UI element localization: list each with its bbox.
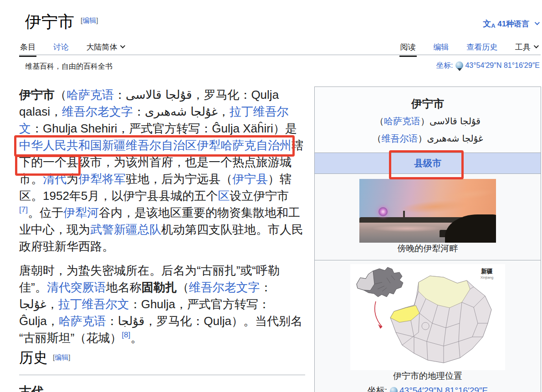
coordinates-value-link[interactable]: 43°54′29″N 81°16′29″E [399,386,488,392]
wiki-link[interactable]: 拉丁维吾尔文 [58,297,129,311]
edit-link[interactable]: 编辑 [55,353,68,361]
coordinates-top: 坐标:43°54′29″N 81°16′29″E [436,61,540,71]
wiki-link[interactable]: 伊宁县 [232,172,268,186]
text-segment: ： [133,105,145,118]
xinjiang-region [390,276,491,363]
language-count-label[interactable]: 41种语言 [497,20,529,28]
title-edit-link[interactable]: [编辑] [81,16,98,24]
annotation-box-county-city [389,150,464,179]
wiki-link[interactable]: 维吾尔语 [382,133,418,143]
history-heading-text: 历史 [19,348,47,367]
wiki-link[interactable]: 维吾尔老文字 [189,280,260,294]
text-segment: غۇلجا شەھىرى [145,105,218,118]
wiki-link[interactable]: [7] [19,205,28,214]
edit-link[interactable]: 编辑 [82,16,96,24]
coordinates-value-link[interactable]: 43°54′29″N 81°16′29″E [465,61,540,69]
photo-caption: 傍晚的伊犁河畔 [315,243,541,255]
text-segment: （ [55,88,66,102]
article-body: 伊宁市（哈萨克语：قۇلجا قالاسى，罗马化：Qulja qalasi，维… [19,87,305,346]
text-segment: قۇلجا قالاسى [430,116,481,127]
text-segment: 伊宁市 [19,88,55,102]
infobox-title: 伊宁市 [319,95,536,112]
chevron-down-icon [534,43,539,48]
annotation-box-prefecture [14,135,295,157]
chevron-down-icon [535,20,540,25]
infobox-photo-section: 傍晚的伊犁河畔 [315,174,541,257]
native-name-uyghur: غۇلجا شەھىرى（维吾尔语） [319,130,536,147]
tools-menu[interactable]: 工具 [514,39,538,56]
text-segment: 地名称 [106,280,142,294]
infobox-header: 伊宁市 قۇلجا قالاسى（哈萨克语） غۇلجا شەھىرى（维吾尔语… [315,87,541,153]
text-segment: 。位于 [28,206,63,219]
map-label-xinjiang-zh: 新疆 [481,268,493,275]
wiki-link[interactable]: 伊犁河 [63,206,99,219]
photo-reflection [373,225,441,232]
tab-article[interactable]: 条目 [19,39,36,56]
language-selector-button[interactable]: 文A 41种语言 [483,18,538,29]
tab-history[interactable]: 查看历史 [465,39,498,56]
infobox: 伊宁市 قۇلجا قالاسى（哈萨克语） غۇلجا شەھىرى（维吾尔语… [314,87,541,392]
tab-talk[interactable]: 讨论 [52,39,70,56]
site-subtitle: 维基百科，自由的百科全书 [25,62,112,71]
variant-selector[interactable]: 大陆简体 [85,39,125,56]
native-name-kazakh: قۇلجا قالاسى（哈萨克语） [319,112,536,130]
page-title: 伊宁市[编辑] [25,11,98,33]
text-segment: قۇلجا قالاسى [126,88,192,102]
section-heading-history: 历史[编辑] [19,348,305,367]
wiki-link[interactable]: 维吾尔老文字 [62,105,133,118]
text-segment: （ [418,133,427,143]
text-segment: ： [260,280,272,294]
wiki-link[interactable]: [8] [122,331,130,339]
tab-read[interactable]: 阅读 [399,39,417,56]
infobox-map-section: 新疆 Xinjiang 伊宁市的地理位置 [315,260,541,382]
wiki-link[interactable]: 区 [218,189,230,203]
text-segment: قۇلجا [118,314,145,328]
china-inset [357,267,403,297]
language-icon: 文A [483,20,495,28]
bracket-close: ] [68,353,70,361]
annotation-box-capital [15,155,81,176]
wiki-link[interactable]: 清代突厥语 [47,280,106,294]
wiki-link[interactable]: 伊犁将军 [78,172,126,186]
chevron-down-icon [120,43,125,48]
text-segment: 固勒扎 [142,280,177,294]
tab-bar: 条目 讨论 大陆简体 阅读 编辑 查看历史 工具 [19,39,541,55]
infobox-coordinates: 坐标:43°54′29″N 81°16′29″E [315,382,541,392]
text-segment: ：Ghulja Shehiri，严式官方转写：Ĝulja Xäĥiri）是 [31,122,297,135]
wiki-link[interactable]: 哈萨克语 [59,314,106,328]
text-segment: ： [106,314,118,328]
red-arrow [375,301,382,329]
history-edit-link[interactable]: [编辑] [53,353,70,361]
section-divider [19,375,305,375]
text-segment: （ [177,280,189,294]
xinjiang-map-svg: 新疆 Xinjiang [350,264,505,368]
photo-ferris-wheel [378,207,388,216]
paragraph-etymology: 唐朝时，为蛰失密城所在。后名为“古丽扎”或“呼勒佳”。清代突厥语地名称固勒扎（维… [19,262,305,346]
text-segment: ） [375,116,384,126]
globe-icon[interactable] [390,387,398,392]
coordinates-label-link[interactable]: 坐标: [436,61,453,69]
tab-edit[interactable]: 编辑 [433,39,450,56]
text-segment: ， [218,105,230,118]
clipped-subheading: 古代 [19,384,156,392]
wiki-link[interactable]: 哈萨克语 [384,116,420,126]
text-segment: 驻地，后为宁远县（ [126,172,232,186]
text-segment: غۇلجا شەھىرى [427,133,483,144]
globe-icon[interactable] [455,61,463,69]
wiki-link[interactable]: 武警新疆总队 [90,223,161,236]
river-sunset-photo[interactable] [359,179,496,243]
location-map[interactable]: 新疆 Xinjiang [350,264,505,370]
wiki-link[interactable]: 哈萨克语 [66,88,114,102]
text-segment: 设立伊宁市 [230,189,289,203]
text-segment: ， [46,297,58,311]
map-label-xinjiang-en: Xinjiang [481,275,493,280]
text-segment: ） [373,133,382,143]
photo-chimney [403,211,405,218]
article-title-text: 伊宁市 [25,13,74,31]
text-segment: غۇلجا [19,297,46,311]
text-segment: ： [114,88,126,102]
bracket-close: ] [96,16,98,24]
map-caption: 伊宁市的地理位置 [315,370,541,382]
text-segment: （ [420,116,430,126]
text-segment: 。 [130,331,142,345]
